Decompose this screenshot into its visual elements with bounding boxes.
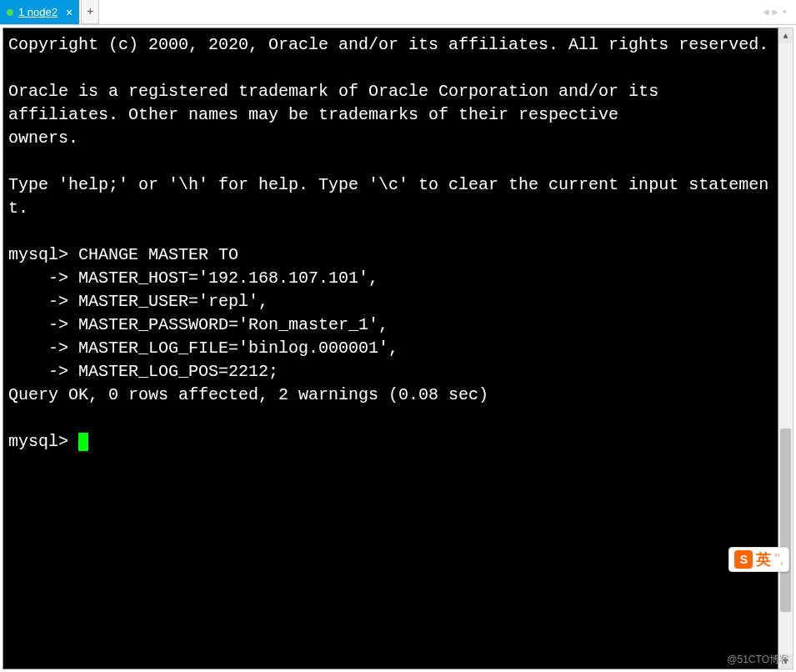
- terminal-area: Copyright (c) 2000, 2020, Oracle and/or …: [0, 25, 796, 672]
- tab-bar: 1 node2 × + ◀ ▶ ▾: [0, 0, 796, 25]
- tab-label: 1 node2: [18, 6, 58, 18]
- cursor-icon: [78, 433, 88, 451]
- terminal-output[interactable]: Copyright (c) 2000, 2020, Oracle and/or …: [3, 28, 778, 669]
- nav-right-icon[interactable]: ▶: [773, 6, 778, 18]
- status-dot-icon: [7, 9, 13, 16]
- watermark: @51CTO博客: [727, 653, 789, 667]
- ime-punct-indicator[interactable]: '',: [774, 552, 783, 567]
- ime-widget[interactable]: S 英 '',: [728, 547, 789, 572]
- scroll-up-icon[interactable]: ▲: [778, 28, 793, 43]
- nav-left-icon[interactable]: ◀: [763, 6, 768, 18]
- close-icon[interactable]: ×: [63, 6, 73, 19]
- tab-node2[interactable]: 1 node2 ×: [0, 0, 79, 24]
- nav-menu-icon[interactable]: ▾: [782, 6, 788, 18]
- ime-logo-icon: S: [734, 550, 753, 569]
- ime-lang-indicator[interactable]: 英: [756, 549, 771, 569]
- scrollbar[interactable]: ▲ ▼: [778, 28, 793, 669]
- tab-nav: ◀ ▶ ▾: [763, 0, 796, 24]
- new-tab-button[interactable]: +: [81, 0, 99, 24]
- scroll-thumb[interactable]: [780, 429, 791, 612]
